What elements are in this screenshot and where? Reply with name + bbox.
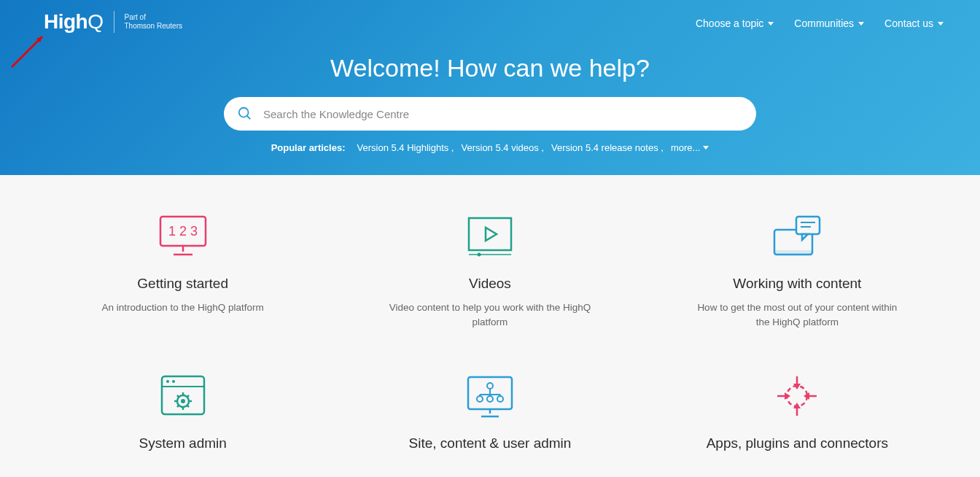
card-title: Working with content (658, 276, 936, 292)
apps-plugins-icon (658, 373, 936, 419)
card-desc: How to get the most out of your content … (695, 300, 899, 329)
popular-more[interactable]: more... (671, 142, 709, 153)
svg-point-20 (166, 380, 169, 383)
svg-point-2 (239, 108, 249, 117)
chevron-down-icon (858, 22, 864, 26)
card-desc: An introduction to the HighQ platform (81, 300, 285, 315)
card-title: Videos (351, 276, 629, 292)
svg-rect-8 (469, 218, 511, 250)
svg-rect-13 (774, 250, 812, 255)
popular-link[interactable]: Version 5.4 release notes (551, 142, 664, 153)
svg-text:1 2 3: 1 2 3 (168, 224, 198, 238)
search-icon (237, 106, 253, 122)
chevron-down-icon (938, 22, 944, 26)
svg-marker-15 (802, 234, 808, 240)
hero-section: HighQ Part of Thomson Reuters Choose a t… (0, 0, 980, 175)
svg-line-29 (187, 406, 189, 408)
card-system-admin[interactable]: System admin (44, 373, 322, 460)
svg-line-31 (177, 406, 179, 408)
system-admin-icon (44, 373, 322, 419)
card-site-content-user-admin[interactable]: Site, content & user admin (351, 373, 629, 460)
card-title: Getting started (44, 276, 322, 292)
search-box[interactable] (224, 97, 756, 131)
svg-point-23 (181, 399, 185, 403)
topic-grid: 1 2 3 Getting started An introduction to… (44, 213, 936, 460)
videos-icon (351, 213, 629, 260)
chevron-down-icon (768, 22, 774, 26)
card-getting-started[interactable]: 1 2 3 Getting started An introduction to… (44, 213, 322, 329)
logo: HighQ (44, 10, 104, 34)
svg-line-3 (247, 116, 251, 120)
nav-contact-us[interactable]: Contact us (884, 18, 944, 29)
svg-point-38 (477, 396, 483, 402)
nav-label: Choose a topic (696, 18, 763, 29)
site-admin-icon (351, 373, 629, 419)
popular-link[interactable]: Version 5.4 Highlights (357, 142, 454, 153)
getting-started-icon: 1 2 3 (44, 213, 322, 260)
search-wrap (0, 97, 980, 131)
svg-point-35 (487, 383, 493, 389)
logo-group[interactable]: HighQ Part of Thomson Reuters (44, 10, 182, 34)
svg-marker-1 (36, 36, 42, 42)
card-videos[interactable]: Videos Video content to help you work wi… (351, 213, 629, 329)
nav-label: Communities (794, 18, 854, 29)
svg-line-30 (187, 395, 189, 398)
popular-label: Popular articles: (271, 142, 346, 153)
nav-choose-topic[interactable]: Choose a topic (696, 18, 774, 29)
welcome-heading: Welcome! How can we help? (0, 54, 980, 82)
svg-point-11 (477, 253, 481, 257)
working-with-content-icon (658, 213, 936, 260)
logo-subtitle: Part of Thomson Reuters (125, 13, 182, 31)
search-input[interactable] (263, 108, 743, 120)
header: HighQ Part of Thomson Reuters Choose a t… (0, 0, 980, 34)
content: 1 2 3 Getting started An introduction to… (0, 175, 980, 460)
svg-marker-49 (785, 392, 790, 400)
popular-link[interactable]: Version 5.4 videos (461, 142, 543, 153)
card-desc: Video content to help you work with the … (388, 300, 592, 329)
card-working-with-content[interactable]: Working with content How to get the most… (658, 213, 936, 329)
chevron-down-icon (703, 146, 709, 150)
card-apps-plugins[interactable]: Apps, plugins and connectors (658, 373, 936, 460)
card-title: System admin (44, 435, 322, 451)
card-title: Site, content & user admin (351, 435, 629, 451)
top-nav: Choose a topic Communities Contact us (696, 10, 944, 29)
svg-rect-14 (796, 217, 820, 234)
svg-point-21 (172, 380, 175, 383)
svg-point-40 (497, 396, 503, 402)
nav-label: Contact us (884, 18, 933, 29)
svg-point-39 (487, 396, 493, 402)
logo-divider (114, 11, 114, 33)
nav-communities[interactable]: Communities (794, 18, 864, 29)
card-title: Apps, plugins and connectors (658, 435, 936, 451)
popular-articles: Popular articles: Version 5.4 Highlights… (0, 142, 980, 153)
svg-marker-9 (486, 228, 497, 241)
svg-line-28 (177, 395, 179, 398)
